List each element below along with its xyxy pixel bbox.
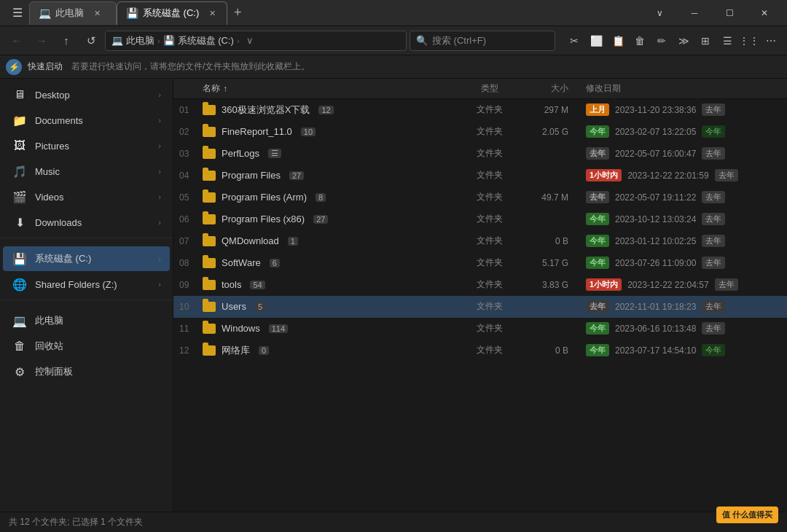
view-detail-button[interactable]: ⋮⋮ xyxy=(739,31,759,50)
sidebar-item-recycle[interactable]: 🗑 回收站 xyxy=(3,334,170,359)
quick-access-hint: 若要进行快速访问，请将您的文件/文件夹拖放到此收藏栏上。 xyxy=(71,60,310,73)
time-badge: 1小时内 xyxy=(586,169,622,181)
sidebar-item-documents[interactable]: 📁 Documents › xyxy=(3,108,170,133)
sidebar-item-control-panel[interactable]: ⚙ 控制面板 xyxy=(3,359,170,384)
sidebar-item-z-drive[interactable]: 🌐 Shared Folders (Z:) › xyxy=(3,272,170,297)
pictures-chevron: › xyxy=(158,141,161,150)
table-row[interactable]: 10 Users 5 文件夹 去年 2022-11-01 19:18:23 去年 xyxy=(173,296,787,318)
header-name[interactable]: 名称 ↑ xyxy=(203,82,461,95)
sidebar-label-recycle: 回收站 xyxy=(35,340,161,353)
sidebar-item-c-drive[interactable]: 💾 系统磁盘 (C:) › xyxy=(3,246,170,271)
up-button[interactable]: ↑ xyxy=(55,31,77,51)
folder-icon xyxy=(203,149,216,159)
sidebar-label-control-panel: 控制面板 xyxy=(35,365,161,378)
table-row[interactable]: 06 Program Files (x86) 27 文件夹 今年 2023-10… xyxy=(173,208,787,230)
folder-icon xyxy=(203,127,216,137)
file-count-badge: 8 xyxy=(316,193,326,202)
file-type: 文件夹 xyxy=(461,191,519,203)
c-drive-chevron: › xyxy=(158,254,161,263)
sidebar-item-desktop[interactable]: 🖥 Desktop › xyxy=(3,82,170,107)
tab-c-drive[interactable]: 💾 系统磁盘 (C:) ✕ xyxy=(117,1,227,25)
file-size: 0 B xyxy=(555,345,568,356)
table-row[interactable]: 12 网络库 0 文件夹 0 B 今年 2023-07-17 14:54:10 … xyxy=(173,340,787,361)
status-text: 共 12 个文件夹; 已选择 1 个文件夹 xyxy=(9,516,143,528)
file-type: 文件夹 xyxy=(461,147,519,160)
file-name-text: FineReport_11.0 xyxy=(222,126,292,137)
rename-button[interactable]: ✏ xyxy=(651,31,672,50)
file-size-col: 2.05 G xyxy=(519,127,577,137)
restore-button[interactable]: ☐ xyxy=(713,1,746,25)
table-row[interactable]: 01 360极速浏览器X下载 12 文件夹 297 M 上月 2023-11-2… xyxy=(173,99,787,121)
file-date: 2023-10-12 13:03:24 xyxy=(615,214,696,224)
file-date: 2023-12-22 22:01:59 xyxy=(627,171,708,181)
more-button[interactable]: ≫ xyxy=(673,31,694,50)
file-modified: 今年 2023-07-17 14:54:10 今年 xyxy=(577,344,781,356)
time-badge: 去年 xyxy=(586,191,609,203)
sidebar-item-music[interactable]: 🎵 Music › xyxy=(3,159,170,184)
file-size: 49.7 M xyxy=(541,192,568,203)
tab-c-drive-label: 系统磁盘 (C:) xyxy=(143,7,199,20)
forward-button[interactable]: → xyxy=(31,31,52,51)
sidebar: 🖥 Desktop › 📁 Documents › 🖼 Pictures › 🎵… xyxy=(0,79,173,512)
file-name: Program Files (x86) 27 xyxy=(203,214,461,224)
folder-icon xyxy=(203,258,216,268)
videos-chevron: › xyxy=(158,192,161,201)
tab-this-pc[interactable]: 💻 此电脑 ✕ xyxy=(29,1,117,25)
delete-button[interactable]: 🗑 xyxy=(630,31,650,50)
this-pc-sidebar-icon: 💻 xyxy=(12,313,28,329)
breadcrumb[interactable]: 💻 此电脑 › 💾 系统磁盘 (C:) › ∨ xyxy=(105,31,407,51)
table-row[interactable]: 05 Program Files (Arm) 8 文件夹 49.7 M 去年 2… xyxy=(173,187,787,208)
file-name: Program Files (Arm) 8 xyxy=(203,192,461,203)
file-name: FineReport_11.0 10 xyxy=(203,126,461,137)
breadcrumb-sep2: › xyxy=(237,36,240,45)
file-modified: 1小时内 2023-12-22 22:01:59 去年 xyxy=(577,169,781,181)
title-bar: ☰ 💻 此电脑 ✕ 💾 系统磁盘 (C:) ✕ + ∨ ─ ☐ ✕ xyxy=(0,0,787,26)
file-type: 文件夹 xyxy=(461,344,519,356)
file-type: 文件夹 xyxy=(461,213,519,225)
hamburger-icon[interactable]: ☰ xyxy=(6,1,29,25)
c-drive-tab-icon: 💾 xyxy=(126,7,138,19)
copy-button[interactable]: ⬜ xyxy=(586,31,606,50)
search-box[interactable]: 🔍 搜索 (Ctrl+F) xyxy=(410,31,555,51)
sidebar-item-pictures[interactable]: 🖼 Pictures › xyxy=(3,133,170,158)
file-name-text: Users xyxy=(222,301,246,312)
tab-this-pc-close[interactable]: ✕ xyxy=(91,7,103,19)
tab-c-drive-close[interactable]: ✕ xyxy=(206,7,218,19)
file-name: QMDownload 1 xyxy=(203,235,461,246)
settings-button[interactable]: ⋯ xyxy=(761,31,781,50)
breadcrumb-c-drive[interactable]: 💾 系统磁盘 (C:) xyxy=(163,34,234,47)
file-count-badge: 5 xyxy=(255,302,265,311)
file-name-text: PerfLogs xyxy=(222,148,259,159)
minimize-button[interactable]: ─ xyxy=(678,1,711,25)
table-row[interactable]: 07 QMDownload 1 文件夹 0 B 今年 2023-01-12 10… xyxy=(173,230,787,252)
file-count-badge: 0 xyxy=(259,346,269,355)
table-row[interactable]: 04 Program Files 27 文件夹 1小时内 2023-12-22 … xyxy=(173,165,787,187)
view-grid-button[interactable]: ⊞ xyxy=(695,31,716,50)
breadcrumb-this-pc[interactable]: 💻 此电脑 xyxy=(111,34,154,47)
z-drive-icon: 🌐 xyxy=(12,276,28,292)
sidebar-item-this-pc[interactable]: 💻 此电脑 xyxy=(3,308,170,333)
documents-icon: 📁 xyxy=(12,112,28,128)
paste-button[interactable]: 📋 xyxy=(608,31,628,50)
table-row[interactable]: 03 PerfLogs ☰ 文件夹 去年 2022-05-07 16:00:47… xyxy=(173,143,787,165)
file-date: 2022-05-07 19:11:22 xyxy=(615,192,696,203)
tabs-area: 💻 此电脑 ✕ 💾 系统磁盘 (C:) ✕ + xyxy=(29,0,643,26)
table-row[interactable]: 02 FineReport_11.0 10 文件夹 2.05 G 今年 2023… xyxy=(173,121,787,143)
main-area: 🖥 Desktop › 📁 Documents › 🖼 Pictures › 🎵… xyxy=(0,79,787,512)
cut-button[interactable]: ✂ xyxy=(564,31,584,50)
file-date: 2023-07-17 14:54:10 xyxy=(615,345,696,356)
breadcrumb-chevron[interactable]: ∨ xyxy=(243,31,257,51)
chevron-down-button[interactable]: ∨ xyxy=(643,1,676,25)
sidebar-item-videos[interactable]: 🎬 Videos › xyxy=(3,184,170,209)
new-tab-button[interactable]: + xyxy=(227,3,248,23)
table-row[interactable]: 09 tools 54 文件夹 3.83 G 1小时内 2023-12-22 2… xyxy=(173,274,787,296)
view-list-button[interactable]: ☰ xyxy=(717,31,737,50)
recent-button[interactable]: ↺ xyxy=(80,31,102,51)
table-row[interactable]: 08 SoftWare 6 文件夹 5.17 G 今年 2023-07-26 1… xyxy=(173,252,787,274)
sidebar-item-downloads[interactable]: ⬇ Downloads › xyxy=(3,210,170,235)
file-date: 2023-11-20 23:38:36 xyxy=(615,105,696,115)
table-row[interactable]: 11 Windows 114 文件夹 今年 2023-06-16 10:13:4… xyxy=(173,318,787,340)
close-button[interactable]: ✕ xyxy=(748,1,781,25)
year-badge: 今年 xyxy=(702,125,725,138)
back-button[interactable]: ← xyxy=(6,31,28,51)
